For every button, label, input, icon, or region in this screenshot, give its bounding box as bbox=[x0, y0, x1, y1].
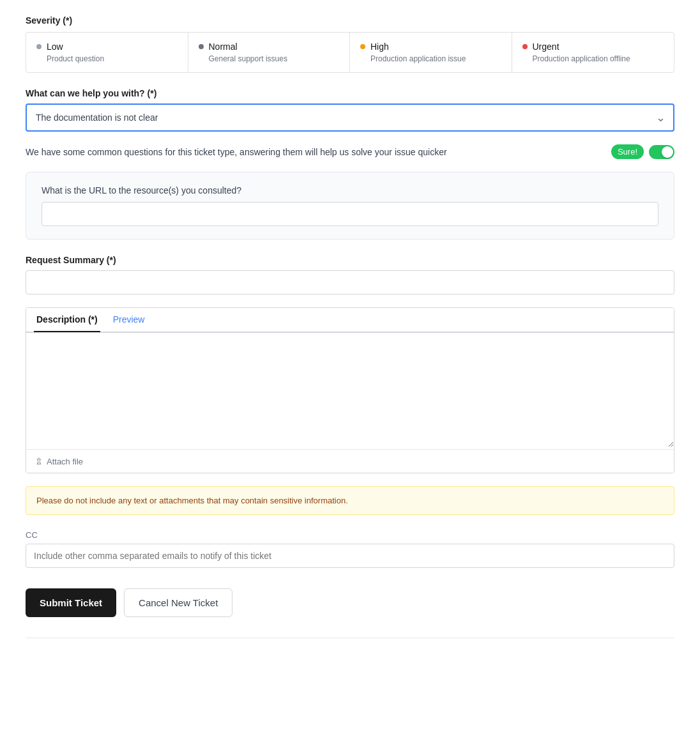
what-help-label: What can we help you with? (*) bbox=[26, 88, 674, 98]
severity-sub-high: Production application issue bbox=[360, 54, 501, 63]
common-questions-box: What is the URL to the resource(s) you c… bbox=[26, 172, 674, 240]
submit-ticket-button[interactable]: Submit Ticket bbox=[26, 588, 116, 617]
severity-option-urgent[interactable]: Urgent Production application offline bbox=[512, 33, 674, 72]
severity-name-normal: Normal bbox=[209, 42, 238, 52]
severity-option-high[interactable]: High Production application issue bbox=[350, 33, 512, 72]
toggle-sure-label: Sure! bbox=[611, 144, 644, 159]
attach-file-label: Attach file bbox=[47, 457, 83, 466]
severity-option-low[interactable]: Low Product question bbox=[26, 33, 188, 72]
url-question-input[interactable] bbox=[42, 202, 658, 226]
severity-name-high: High bbox=[370, 42, 389, 52]
severity-name-low: Low bbox=[47, 42, 63, 52]
common-questions-text: We have some common questions for this t… bbox=[26, 147, 601, 157]
severity-dot-normal bbox=[199, 44, 204, 49]
sensitive-warning: Please do not include any text or attach… bbox=[26, 486, 674, 515]
severity-option-normal[interactable]: Normal General support issues bbox=[188, 33, 351, 72]
tab-preview[interactable]: Preview bbox=[110, 308, 148, 332]
attach-icon: ⇫ bbox=[35, 456, 43, 466]
cc-label: CC bbox=[26, 530, 674, 540]
severity-sub-urgent: Production application offline bbox=[522, 54, 664, 63]
bottom-divider bbox=[26, 638, 674, 638]
url-question-label: What is the URL to the resource(s) you c… bbox=[42, 185, 658, 195]
severity-name-urgent: Urgent bbox=[533, 42, 559, 52]
toggle-knob bbox=[662, 146, 673, 158]
request-summary-input[interactable] bbox=[26, 270, 674, 295]
severity-sub-normal: General support issues bbox=[199, 54, 340, 63]
description-section: Description (*) Preview ⇫ Attach file bbox=[26, 307, 674, 473]
request-summary-label: Request Summary (*) bbox=[26, 255, 674, 265]
severity-grid: Low Product question Normal General supp… bbox=[26, 32, 674, 73]
description-textarea[interactable] bbox=[26, 332, 674, 447]
description-tabs: Description (*) Preview bbox=[26, 308, 674, 332]
what-help-select[interactable]: The documentation is not clear bbox=[26, 103, 674, 132]
attach-file-bar[interactable]: ⇫ Attach file bbox=[26, 449, 674, 473]
severity-dot-low bbox=[36, 44, 42, 49]
toggle-switch[interactable] bbox=[649, 145, 674, 159]
toggle-container[interactable]: Sure! bbox=[611, 144, 674, 159]
severity-sub-low: Product question bbox=[36, 54, 178, 63]
cc-input[interactable] bbox=[26, 544, 674, 568]
common-questions-row: We have some common questions for this t… bbox=[26, 144, 674, 159]
tab-description[interactable]: Description (*) bbox=[34, 308, 100, 332]
action-buttons: Submit Ticket Cancel New Ticket bbox=[26, 588, 674, 617]
severity-dot-high bbox=[360, 44, 365, 49]
severity-dot-urgent bbox=[522, 44, 528, 49]
cancel-ticket-button[interactable]: Cancel New Ticket bbox=[124, 588, 232, 617]
severity-label: Severity (*) bbox=[26, 15, 674, 26]
cc-section: CC bbox=[26, 530, 674, 568]
what-help-select-wrapper: The documentation is not clear ⌄ bbox=[26, 103, 674, 132]
